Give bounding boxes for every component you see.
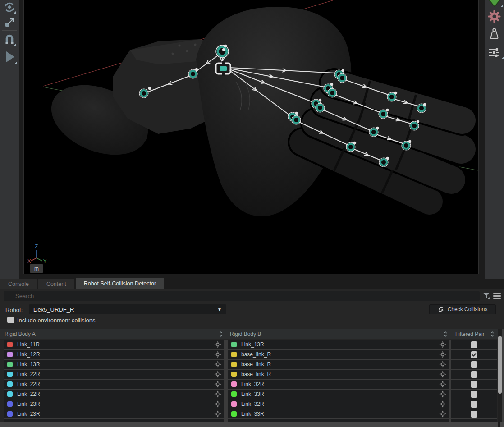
filtered-pair-checkbox[interactable] — [471, 401, 477, 408]
rigid-body-a-cell[interactable]: Link_11R — [4, 340, 224, 349]
rigid-body-a-cell[interactable]: Link_22R — [4, 390, 224, 399]
filtered-pair-checkbox[interactable] — [471, 371, 477, 378]
rigid-body-a-name: Link_23R — [17, 411, 40, 417]
include-environment-checkbox[interactable] — [7, 317, 14, 323]
filtered-pair-cell[interactable] — [451, 399, 497, 409]
robot-dropdown[interactable]: Dex5_URDF_R ▼ — [29, 304, 226, 314]
rigid-body-a-name: Link_22R — [17, 371, 40, 377]
filtered-pair-cell[interactable] — [451, 360, 497, 369]
app-window: Z X Y m Console Content Robot Self-Colli… — [0, 0, 504, 427]
focus-crosshair-icon[interactable] — [439, 341, 446, 348]
sort-icon-filtered[interactable] — [490, 331, 495, 340]
joint-marker[interactable] — [316, 103, 325, 112]
focus-crosshair-icon[interactable] — [439, 371, 446, 378]
articulation-root-marker[interactable] — [216, 61, 230, 76]
body-color-chip — [231, 391, 237, 397]
search-input[interactable] — [4, 291, 480, 301]
joint-handle-dot — [342, 69, 344, 72]
display-adjust-sliders-icon[interactable] — [488, 47, 500, 60]
settings-gear-icon[interactable] — [488, 10, 501, 25]
filtered-pair-cell[interactable] — [451, 409, 497, 418]
table-row[interactable]: Link_11RLink_13R — [4, 340, 497, 349]
focus-crosshair-icon[interactable] — [439, 351, 446, 358]
options-menu-icon[interactable] — [493, 293, 501, 299]
focus-crosshair-icon[interactable] — [214, 341, 221, 348]
rigid-body-b-cell[interactable]: Link_32R — [228, 380, 449, 389]
play-button-icon[interactable] — [5, 51, 15, 64]
filtered-pair-checkbox[interactable] — [471, 411, 477, 418]
sort-icon-a[interactable] — [218, 331, 224, 340]
viewport-3d[interactable]: Z X Y m — [23, 0, 479, 274]
filtered-pair-checkbox[interactable] — [471, 361, 477, 368]
scale-tool-icon[interactable] — [4, 17, 15, 30]
focus-crosshair-icon[interactable] — [439, 410, 446, 418]
rigid-body-a-cell[interactable]: Link_22R — [4, 370, 224, 379]
table-scrollbar[interactable] — [498, 329, 502, 422]
table-scrollbar-thumb[interactable] — [498, 336, 502, 394]
focus-crosshair-icon[interactable] — [214, 351, 221, 358]
filtered-pair-cell[interactable] — [451, 340, 497, 349]
filtered-pair-checkbox[interactable] — [471, 381, 477, 388]
rigid-body-b-cell[interactable]: Link_33R — [228, 390, 449, 399]
filter-icon[interactable] — [482, 292, 490, 300]
focus-crosshair-icon[interactable] — [439, 400, 446, 408]
mass-weight-icon[interactable] — [489, 28, 500, 42]
rigid-body-b-cell[interactable]: Link_32R — [228, 399, 449, 409]
joint-marker[interactable] — [139, 89, 148, 98]
import-icon[interactable] — [488, 0, 501, 9]
focus-crosshair-icon[interactable] — [214, 400, 221, 408]
table-row[interactable]: Link_12Rbase_link_R — [4, 350, 497, 359]
filtered-pair-cell[interactable] — [451, 390, 497, 399]
focus-crosshair-icon[interactable] — [439, 361, 446, 368]
rigid-body-a-cell[interactable]: Link_22R — [4, 380, 224, 389]
table-row[interactable]: Link_23RLink_33R — [4, 409, 497, 418]
rigid-body-b-cell[interactable]: base_link_R — [228, 360, 449, 369]
table-row[interactable]: Link_22RLink_32R — [4, 380, 497, 389]
focus-crosshair-icon[interactable] — [439, 381, 446, 388]
joint-marker[interactable] — [292, 115, 301, 124]
table-row[interactable]: Link_22RLink_33R — [4, 390, 497, 399]
focus-crosshair-icon[interactable] — [214, 381, 221, 388]
horizontal-scrollbar[interactable] — [0, 422, 498, 427]
check-collisions-button[interactable]: Check Collisions — [429, 304, 496, 314]
rigid-body-b-cell[interactable]: base_link_R — [228, 370, 449, 379]
rigid-body-b-cell[interactable]: Link_13R — [228, 340, 449, 349]
filtered-pair-checkbox[interactable] — [471, 391, 477, 398]
sort-icon-b[interactable] — [443, 331, 448, 340]
joint-marker-wrist[interactable] — [216, 45, 229, 58]
rigid-body-a-cell[interactable]: Link_23R — [4, 399, 224, 409]
filtered-pair-checkbox[interactable] — [471, 351, 477, 358]
tab-content[interactable]: Content — [38, 279, 74, 289]
rigid-body-a-cell[interactable]: Link_23R — [4, 409, 224, 418]
body-color-chip — [231, 372, 237, 377]
joint-handle-dot — [376, 127, 379, 129]
snap-magnet-icon[interactable] — [4, 33, 15, 47]
focus-crosshair-icon[interactable] — [214, 371, 221, 378]
rigid-body-b-cell[interactable]: base_link_R — [228, 350, 449, 359]
focus-crosshair-icon[interactable] — [214, 361, 221, 368]
filtered-pair-cell[interactable] — [451, 370, 497, 379]
filtered-pair-checkbox[interactable] — [471, 341, 477, 348]
physics-transform-icon[interactable] — [4, 1, 15, 15]
tab-robot-self-collision-detector[interactable]: Robot Self-Collision Detector — [76, 278, 165, 289]
joint-marker[interactable] — [328, 88, 337, 97]
rigid-body-a-cell[interactable]: Link_12R — [4, 350, 224, 359]
joint-handle-dot — [319, 99, 321, 101]
column-rigid-body-a: Rigid Body A — [5, 331, 36, 337]
focus-crosshair-icon[interactable] — [214, 410, 221, 418]
axis-y-label: Y — [43, 258, 47, 264]
table-row[interactable]: Link_13Rbase_link_R — [4, 360, 497, 369]
focus-crosshair-icon[interactable] — [439, 390, 446, 398]
body-color-chip — [7, 342, 13, 347]
joint-marker[interactable] — [338, 73, 347, 83]
rigid-body-a-cell[interactable]: Link_13R — [4, 360, 224, 369]
table-row[interactable]: Link_22Rbase_link_R — [4, 370, 497, 379]
rigid-body-b-cell[interactable]: Link_33R — [228, 409, 449, 418]
filtered-pair-cell[interactable] — [451, 350, 497, 359]
focus-crosshair-icon[interactable] — [214, 390, 221, 398]
joint-handle-dot — [295, 112, 298, 115]
filtered-pair-cell[interactable] — [451, 380, 497, 389]
rigid-body-b-name: Link_13R — [241, 341, 264, 348]
table-row[interactable]: Link_23RLink_32R — [4, 399, 497, 409]
tab-console[interactable]: Console — [0, 279, 37, 289]
